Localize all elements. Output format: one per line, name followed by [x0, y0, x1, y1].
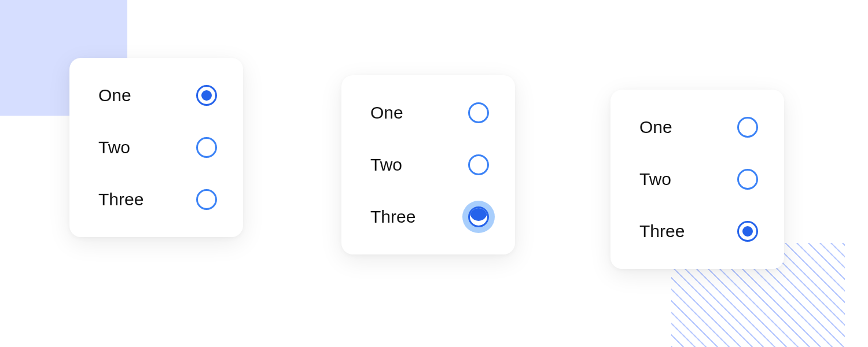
- radio-option-two[interactable]: Two: [98, 136, 217, 159]
- radio-option-one[interactable]: One: [98, 84, 217, 107]
- radio-button-icon[interactable]: [468, 154, 489, 175]
- radio-button-icon[interactable]: [737, 169, 758, 190]
- radio-card-3: One Two Three: [610, 90, 784, 269]
- radio-label: Three: [639, 222, 685, 241]
- radio-button-icon[interactable]: [196, 189, 217, 210]
- radio-button-icon[interactable]: [468, 206, 489, 227]
- radio-option-one[interactable]: One: [639, 116, 758, 139]
- radio-label: Three: [370, 207, 415, 227]
- radio-label: Two: [639, 169, 671, 189]
- radio-button-icon[interactable]: [196, 137, 217, 158]
- radio-option-one[interactable]: One: [370, 101, 489, 124]
- radio-option-two[interactable]: Two: [370, 153, 489, 176]
- radio-option-three[interactable]: Three: [98, 188, 217, 211]
- radio-label: Three: [98, 190, 144, 209]
- radio-label: Two: [370, 155, 402, 175]
- radio-label: One: [98, 86, 131, 105]
- radio-option-three[interactable]: Three: [370, 205, 489, 228]
- radio-card-1: One Two Three: [69, 58, 243, 237]
- radio-button-icon[interactable]: [737, 117, 758, 138]
- radio-option-three[interactable]: Three: [639, 220, 758, 243]
- radio-label: One: [370, 103, 403, 123]
- radio-card-2: One Two Three: [341, 75, 515, 254]
- radio-button-icon[interactable]: [468, 102, 489, 123]
- radio-label: Two: [98, 138, 130, 157]
- radio-option-two[interactable]: Two: [639, 168, 758, 191]
- radio-label: One: [639, 117, 672, 137]
- radio-button-icon[interactable]: [196, 85, 217, 106]
- radio-button-icon[interactable]: [737, 221, 758, 242]
